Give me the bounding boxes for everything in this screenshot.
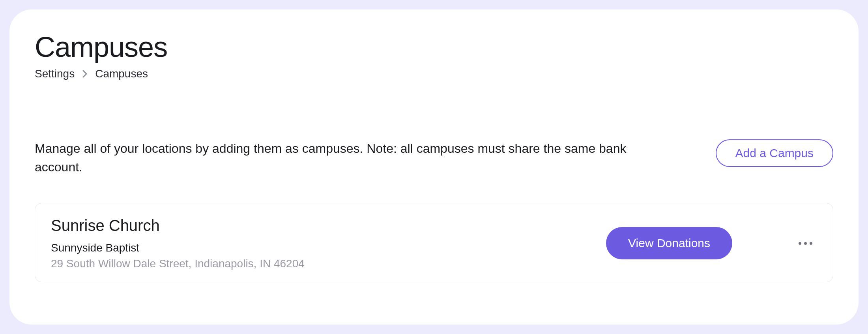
campus-address: 29 South Willow Dale Street, Indianapoli… [51, 257, 305, 270]
breadcrumb-current: Campuses [95, 68, 148, 80]
breadcrumb: Settings Campuses [35, 68, 833, 80]
breadcrumb-root-link[interactable]: Settings [35, 68, 75, 80]
section-header-row: Manage all of your locations by adding t… [35, 139, 833, 176]
main-panel: Campuses Settings Campuses Manage all of… [9, 9, 859, 325]
campus-org: Sunnyside Baptist [51, 242, 305, 254]
campus-card: Sunrise Church Sunnyside Baptist 29 Sout… [35, 203, 833, 282]
page-title: Campuses [35, 32, 833, 63]
view-donations-button[interactable]: View Donations [606, 227, 732, 259]
section-description: Manage all of your locations by adding t… [35, 139, 650, 176]
campus-name: Sunrise Church [51, 217, 305, 235]
add-campus-button[interactable]: Add a Campus [716, 139, 833, 167]
chevron-right-icon [82, 69, 88, 79]
campus-card-actions: View Donations [606, 227, 816, 259]
more-options-button[interactable] [795, 239, 816, 248]
campus-info: Sunrise Church Sunnyside Baptist 29 Sout… [51, 217, 305, 270]
dots-horizontal-icon [799, 242, 812, 245]
